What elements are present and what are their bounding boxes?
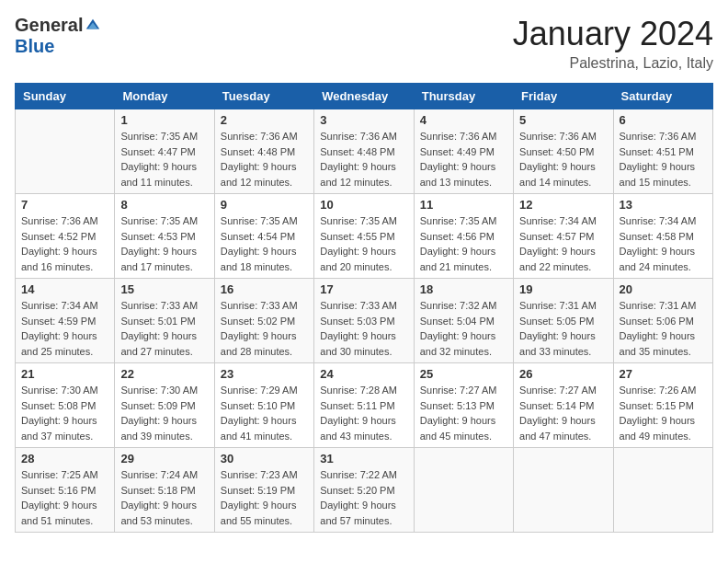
day-info: Sunrise: 7:36 AM Sunset: 4:51 PM Dayligh… xyxy=(620,129,707,190)
calendar-cell: 31Sunrise: 7:22 AM Sunset: 5:20 PM Dayli… xyxy=(314,448,414,533)
calendar-cell xyxy=(414,448,513,533)
col-header-monday: Monday xyxy=(115,84,214,109)
day-info: Sunrise: 7:32 AM Sunset: 5:04 PM Dayligh… xyxy=(420,298,507,359)
day-number: 10 xyxy=(320,198,407,212)
day-number: 13 xyxy=(620,198,707,212)
day-info: Sunrise: 7:35 AM Sunset: 4:56 PM Dayligh… xyxy=(420,213,507,274)
day-info: Sunrise: 7:36 AM Sunset: 4:52 PM Dayligh… xyxy=(21,213,108,274)
col-header-thursday: Thursday xyxy=(414,84,513,109)
calendar-cell: 12Sunrise: 7:34 AM Sunset: 4:57 PM Dayli… xyxy=(514,194,613,279)
calendar-cell: 25Sunrise: 7:27 AM Sunset: 5:13 PM Dayli… xyxy=(414,363,513,448)
calendar-cell: 22Sunrise: 7:30 AM Sunset: 5:09 PM Dayli… xyxy=(115,363,214,448)
calendar-cell: 1Sunrise: 7:35 AM Sunset: 4:47 PM Daylig… xyxy=(115,109,214,194)
day-number: 22 xyxy=(120,367,208,381)
calendar-cell: 26Sunrise: 7:27 AM Sunset: 5:14 PM Dayli… xyxy=(514,363,613,448)
day-info: Sunrise: 7:25 AM Sunset: 5:16 PM Dayligh… xyxy=(21,467,108,528)
calendar-title: January 2024 xyxy=(513,15,713,53)
title-area: January 2024 Palestrina, Lazio, Italy xyxy=(513,15,713,72)
day-info: Sunrise: 7:29 AM Sunset: 5:10 PM Dayligh… xyxy=(221,383,308,443)
day-number: 29 xyxy=(120,452,208,465)
calendar-cell: 21Sunrise: 7:30 AM Sunset: 5:08 PM Dayli… xyxy=(16,363,115,448)
day-info: Sunrise: 7:35 AM Sunset: 4:55 PM Dayligh… xyxy=(320,213,407,274)
day-number: 24 xyxy=(320,367,407,381)
calendar-cell: 23Sunrise: 7:29 AM Sunset: 5:10 PM Dayli… xyxy=(214,363,313,448)
week-row-2: 7Sunrise: 7:36 AM Sunset: 4:52 PM Daylig… xyxy=(16,194,713,279)
col-header-sunday: Sunday xyxy=(16,84,115,109)
logo-general-text: General xyxy=(15,15,83,36)
col-header-tuesday: Tuesday xyxy=(214,84,313,109)
col-header-saturday: Saturday xyxy=(613,84,712,109)
calendar-cell: 3Sunrise: 7:36 AM Sunset: 4:48 PM Daylig… xyxy=(314,109,414,194)
day-number: 15 xyxy=(120,282,208,296)
day-number: 28 xyxy=(21,452,108,465)
day-number: 3 xyxy=(320,113,407,127)
calendar-cell: 19Sunrise: 7:31 AM Sunset: 5:05 PM Dayli… xyxy=(514,279,613,363)
day-info: Sunrise: 7:34 AM Sunset: 4:59 PM Dayligh… xyxy=(21,298,108,359)
calendar-cell: 17Sunrise: 7:33 AM Sunset: 5:03 PM Dayli… xyxy=(314,279,414,363)
day-number: 8 xyxy=(120,198,208,212)
calendar-cell: 5Sunrise: 7:36 AM Sunset: 4:50 PM Daylig… xyxy=(514,109,613,194)
calendar-cell xyxy=(16,109,115,194)
day-info: Sunrise: 7:36 AM Sunset: 4:49 PM Dayligh… xyxy=(420,129,507,190)
calendar-cell: 27Sunrise: 7:26 AM Sunset: 5:15 PM Dayli… xyxy=(613,363,712,448)
calendar-cell: 13Sunrise: 7:34 AM Sunset: 4:58 PM Dayli… xyxy=(613,194,712,279)
header-row: SundayMondayTuesdayWednesdayThursdayFrid… xyxy=(16,84,713,109)
calendar-cell: 7Sunrise: 7:36 AM Sunset: 4:52 PM Daylig… xyxy=(16,194,115,279)
day-info: Sunrise: 7:35 AM Sunset: 4:54 PM Dayligh… xyxy=(221,213,308,274)
day-number: 18 xyxy=(420,282,507,296)
day-number: 30 xyxy=(221,452,308,465)
day-info: Sunrise: 7:33 AM Sunset: 5:03 PM Dayligh… xyxy=(320,298,407,359)
week-row-3: 14Sunrise: 7:34 AM Sunset: 4:59 PM Dayli… xyxy=(16,279,713,363)
day-info: Sunrise: 7:24 AM Sunset: 5:18 PM Dayligh… xyxy=(120,467,208,528)
calendar-cell: 29Sunrise: 7:24 AM Sunset: 5:18 PM Dayli… xyxy=(115,448,214,533)
day-info: Sunrise: 7:30 AM Sunset: 5:08 PM Dayligh… xyxy=(21,383,108,443)
day-number: 11 xyxy=(420,198,507,212)
day-number: 2 xyxy=(221,113,308,127)
day-number: 6 xyxy=(620,113,707,127)
day-number: 14 xyxy=(21,282,108,296)
calendar-cell: 9Sunrise: 7:35 AM Sunset: 4:54 PM Daylig… xyxy=(214,194,313,279)
col-header-friday: Friday xyxy=(514,84,613,109)
calendar-cell: 8Sunrise: 7:35 AM Sunset: 4:53 PM Daylig… xyxy=(115,194,214,279)
day-number: 16 xyxy=(221,282,308,296)
calendar-cell xyxy=(514,448,613,533)
calendar-cell: 11Sunrise: 7:35 AM Sunset: 4:56 PM Dayli… xyxy=(414,194,513,279)
day-info: Sunrise: 7:28 AM Sunset: 5:11 PM Dayligh… xyxy=(320,383,407,443)
week-row-4: 21Sunrise: 7:30 AM Sunset: 5:08 PM Dayli… xyxy=(16,363,713,448)
day-info: Sunrise: 7:27 AM Sunset: 5:14 PM Dayligh… xyxy=(519,383,607,443)
day-info: Sunrise: 7:34 AM Sunset: 4:58 PM Dayligh… xyxy=(620,213,707,274)
calendar-table: SundayMondayTuesdayWednesdayThursdayFrid… xyxy=(15,83,713,533)
day-info: Sunrise: 7:35 AM Sunset: 4:53 PM Dayligh… xyxy=(120,213,208,274)
day-number: 4 xyxy=(420,113,507,127)
day-info: Sunrise: 7:36 AM Sunset: 4:48 PM Dayligh… xyxy=(320,129,407,190)
day-number: 21 xyxy=(21,367,108,381)
col-header-wednesday: Wednesday xyxy=(314,84,414,109)
week-row-1: 1Sunrise: 7:35 AM Sunset: 4:47 PM Daylig… xyxy=(16,109,713,194)
day-info: Sunrise: 7:33 AM Sunset: 5:01 PM Dayligh… xyxy=(120,298,208,359)
calendar-cell: 28Sunrise: 7:25 AM Sunset: 5:16 PM Dayli… xyxy=(16,448,115,533)
calendar-cell: 2Sunrise: 7:36 AM Sunset: 4:48 PM Daylig… xyxy=(214,109,313,194)
day-number: 31 xyxy=(320,452,407,465)
calendar-cell: 18Sunrise: 7:32 AM Sunset: 5:04 PM Dayli… xyxy=(414,279,513,363)
calendar-cell: 16Sunrise: 7:33 AM Sunset: 5:02 PM Dayli… xyxy=(214,279,313,363)
day-info: Sunrise: 7:23 AM Sunset: 5:19 PM Dayligh… xyxy=(221,467,308,528)
calendar-cell: 30Sunrise: 7:23 AM Sunset: 5:19 PM Dayli… xyxy=(214,448,313,533)
day-number: 26 xyxy=(519,367,607,381)
calendar-subtitle: Palestrina, Lazio, Italy xyxy=(513,55,713,72)
day-info: Sunrise: 7:33 AM Sunset: 5:02 PM Dayligh… xyxy=(221,298,308,359)
day-info: Sunrise: 7:34 AM Sunset: 4:57 PM Dayligh… xyxy=(519,213,607,274)
day-info: Sunrise: 7:30 AM Sunset: 5:09 PM Dayligh… xyxy=(120,383,208,443)
day-number: 7 xyxy=(21,198,108,212)
day-number: 20 xyxy=(620,282,707,296)
day-number: 27 xyxy=(620,367,707,381)
calendar-cell: 4Sunrise: 7:36 AM Sunset: 4:49 PM Daylig… xyxy=(414,109,513,194)
day-number: 23 xyxy=(221,367,308,381)
page-header: General Blue January 2024 Palestrina, La… xyxy=(15,15,713,72)
day-info: Sunrise: 7:35 AM Sunset: 4:47 PM Dayligh… xyxy=(120,129,208,190)
day-info: Sunrise: 7:31 AM Sunset: 5:06 PM Dayligh… xyxy=(620,298,707,359)
day-number: 5 xyxy=(519,113,607,127)
calendar-cell: 6Sunrise: 7:36 AM Sunset: 4:51 PM Daylig… xyxy=(613,109,712,194)
calendar-cell: 20Sunrise: 7:31 AM Sunset: 5:06 PM Dayli… xyxy=(613,279,712,363)
calendar-cell: 15Sunrise: 7:33 AM Sunset: 5:01 PM Dayli… xyxy=(115,279,214,363)
calendar-cell: 14Sunrise: 7:34 AM Sunset: 4:59 PM Dayli… xyxy=(16,279,115,363)
